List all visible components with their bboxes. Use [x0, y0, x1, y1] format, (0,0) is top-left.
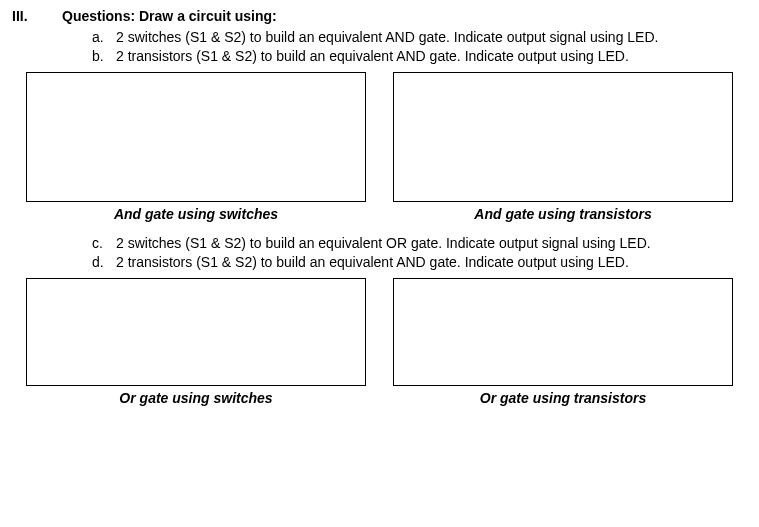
answer-boxes-row-1: And gate using switches And gate using t… [12, 72, 747, 222]
list-block-cd: c. 2 switches (S1 & S2) to build an equi… [92, 234, 747, 272]
section-heading: III. Questions: Draw a circuit using: [12, 8, 747, 24]
answer-box-and-transistors [393, 72, 733, 202]
item-text: 2 switches (S1 & S2) to build an equival… [116, 234, 651, 253]
answer-box-or-switches [26, 278, 366, 386]
list-item: b. 2 transistors (S1 & S2) to build an e… [92, 47, 747, 66]
list-block-ab: a. 2 switches (S1 & S2) to build an equi… [92, 28, 747, 66]
answer-box-wrapper: Or gate using switches [26, 278, 366, 406]
list-item: d. 2 transistors (S1 & S2) to build an e… [92, 253, 747, 272]
answer-box-wrapper: Or gate using transistors [393, 278, 733, 406]
answer-box-wrapper: And gate using transistors [393, 72, 733, 222]
answer-boxes-row-2: Or gate using switches Or gate using tra… [12, 278, 747, 406]
list-item: c. 2 switches (S1 & S2) to build an equi… [92, 234, 747, 253]
answer-box-wrapper: And gate using switches [26, 72, 366, 222]
box-caption: Or gate using switches [26, 390, 366, 406]
section-title: Questions: Draw a circuit using: [62, 8, 277, 24]
box-caption: And gate using switches [26, 206, 366, 222]
box-caption: Or gate using transistors [393, 390, 733, 406]
item-letter: a. [92, 28, 116, 47]
item-letter: b. [92, 47, 116, 66]
item-text: 2 transistors (S1 & S2) to build an equi… [116, 253, 629, 272]
answer-box-or-transistors [393, 278, 733, 386]
item-letter: d. [92, 253, 116, 272]
list-item: a. 2 switches (S1 & S2) to build an equi… [92, 28, 747, 47]
item-letter: c. [92, 234, 116, 253]
section-numeral: III. [12, 8, 62, 24]
item-text: 2 switches (S1 & S2) to build an equival… [116, 28, 658, 47]
box-caption: And gate using transistors [393, 206, 733, 222]
answer-box-and-switches [26, 72, 366, 202]
item-text: 2 transistors (S1 & S2) to build an equi… [116, 47, 629, 66]
